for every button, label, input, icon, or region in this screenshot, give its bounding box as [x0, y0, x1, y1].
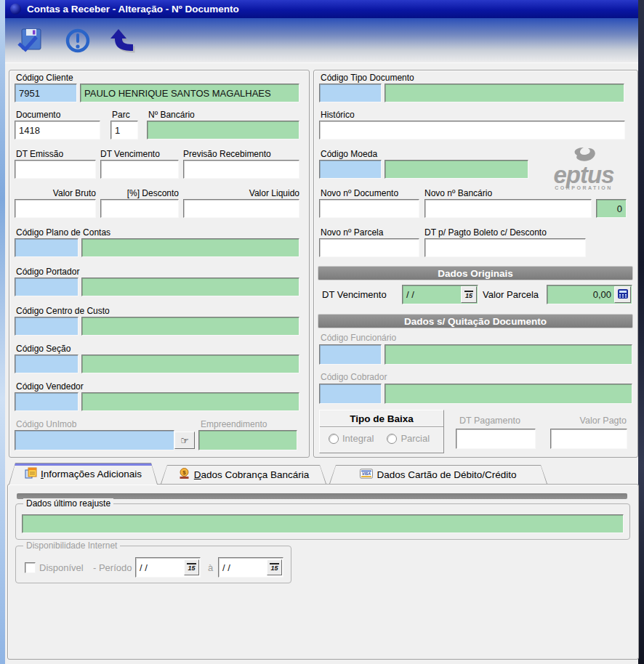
tab-content-panel: Dados último reajuste Disponibilidade In… [7, 484, 639, 660]
valor-liquido-label: Valor Liquido [183, 188, 299, 198]
cobrador-label: Código Cobrador [321, 372, 387, 382]
visa-card-icon: VISA [360, 469, 373, 481]
documento-field[interactable]: 1418 [15, 121, 100, 139]
dt-vencimento-label: DT Vencimento [100, 149, 160, 159]
dt-pagamento-field[interactable] [456, 429, 536, 449]
documento-label: Documento [16, 110, 60, 120]
moeda-code-field[interactable] [319, 160, 382, 179]
disponibilidade-internet-label: Disponibilidade Internet [23, 540, 120, 551]
tab-label: Dados Cartão de Débito/Crédito [377, 469, 516, 480]
moeda-label: Código Moeda [321, 149, 377, 159]
tab-dados-cobranca-bancaria[interactable]: $ Dados Cobrança Bancária [161, 465, 326, 484]
unimob-label: Código UnImob [16, 419, 76, 429]
save-button[interactable] [16, 27, 44, 54]
empreendimento-label: Empreendimento [201, 419, 267, 429]
floppy-check-icon [16, 46, 44, 57]
calendar-icon: 15 [270, 563, 278, 572]
window-left-edge [0, 0, 5, 664]
codigo-cliente-name-field: PAULO HENRIQUE SANTOS MAGALHAES [80, 84, 299, 102]
disponivel-checkbox[interactable] [25, 562, 36, 573]
tab-label: Dados Cobrança Bancária [194, 469, 309, 480]
radio-integral-label: Integral [342, 433, 374, 444]
until-label: à [208, 562, 213, 573]
calendar-icon: 15 [464, 291, 473, 299]
previsao-recebimento-field[interactable] [183, 160, 299, 179]
parc-label: Parc [112, 110, 130, 120]
centro-custo-code-field[interactable] [15, 317, 79, 336]
codigo-cliente-label: Código Cliente [16, 73, 73, 83]
cobrador-code-field[interactable] [319, 384, 382, 404]
valor-parcela-label: Valor Parcela [483, 289, 539, 300]
toolbar [5, 18, 638, 63]
dt-pagamento-label: DT Pagamento [459, 416, 520, 426]
valor-pagto-field[interactable] [550, 429, 627, 449]
radio-parcial[interactable]: Parcial [387, 433, 430, 444]
novo-documento-label: Novo nº Documento [321, 188, 398, 198]
historico-field[interactable] [319, 121, 625, 139]
vendedor-code-field[interactable] [15, 392, 79, 411]
dados-ultimo-reajuste-group: Dados último reajuste [15, 503, 630, 540]
secao-code-field[interactable] [15, 355, 79, 373]
novo-bancario-label: Novo nº Bancário [424, 188, 492, 198]
calendar-icon: 15 [187, 563, 196, 572]
tipo-baixa-box: Tipo de Baixa Integral Parcial [319, 410, 444, 453]
counter-field: 0 [596, 199, 627, 218]
cobrador-descr-field [385, 384, 632, 404]
dados-originais-header: Dados Originais [318, 266, 633, 280]
previsao-recebimento-label: Previsão Recebimento [183, 149, 271, 159]
novo-parcela-field[interactable] [319, 238, 419, 257]
dt-vencimento-field[interactable] [100, 160, 179, 179]
bank-icon: $ [178, 468, 190, 482]
funcionario-descr-field [385, 344, 632, 365]
funcionario-code-field[interactable] [319, 344, 382, 365]
dt-pagto-boleto-field[interactable] [424, 238, 586, 257]
unimob-field[interactable] [15, 430, 174, 450]
novo-documento-field[interactable] [319, 199, 419, 218]
valor-liquido-field[interactable] [183, 199, 299, 218]
vendedor-label: Código Vendedor [16, 381, 84, 392]
novo-bancario-field[interactable] [424, 199, 592, 218]
valor-bruto-field[interactable] [15, 199, 96, 218]
app-window: Contas a Receber - Alteração - Nº Docume… [0, 0, 644, 664]
tab-dados-cartao[interactable]: VISA Dados Cartão de Débito/Crédito [329, 465, 547, 484]
centro-custo-descr-field [81, 317, 299, 336]
circle-exclamation-icon [64, 46, 92, 57]
codigo-cliente-code-field[interactable]: 7951 [15, 84, 77, 102]
periodo-to-calendar-button[interactable]: 15 [267, 559, 282, 575]
title-bar[interactable]: Contas a Receber - Alteração - Nº Docume… [5, 0, 638, 18]
tipo-documento-label: Código Tipo Documento [321, 73, 414, 83]
dt-emissao-field[interactable] [15, 160, 96, 179]
periodo-label: - Período [93, 562, 132, 573]
valor-bruto-label: Valor Bruto [15, 188, 96, 198]
tipo-documento-code-field[interactable] [319, 84, 382, 102]
return-button[interactable] [108, 28, 142, 55]
valor-pagto-label: Valor Pagto [550, 416, 627, 426]
tipo-documento-descr-field [385, 84, 624, 102]
empreendimento-field [198, 430, 297, 450]
dados-quitacao-header: Dados s/ Quitação Documento [318, 314, 633, 328]
secao-label: Código Seção [16, 344, 71, 354]
periodo-from-calendar-button[interactable]: 15 [184, 559, 199, 575]
dt-emissao-label: DT Emissão [16, 149, 63, 159]
tab-informacoes-adicionais[interactable]: Informações Adicionais [9, 463, 158, 485]
disponivel-label: Disponível [39, 562, 84, 573]
window-right-edge [638, 0, 644, 664]
funcionario-label: Código Funcionário [321, 333, 396, 343]
svg-text:VISA: VISA [362, 471, 371, 475]
radio-integral[interactable]: Integral [329, 433, 374, 444]
plano-contas-label: Código Plano de Contas [16, 227, 110, 238]
tab-label: Informações Adicionais [41, 469, 142, 479]
portador-label: Código Portador [16, 267, 79, 277]
dados-ultimo-reajuste-label: Dados último reajuste [23, 498, 113, 509]
plano-contas-code-field[interactable] [15, 238, 79, 257]
unimob-picker-button[interactable]: ☞ [174, 432, 195, 449]
orig-dt-calendar-button[interactable]: 15 [461, 286, 477, 303]
abort-button[interactable] [64, 27, 92, 54]
dados-ultimo-reajuste-field [22, 514, 624, 533]
desconto-field[interactable] [100, 199, 179, 218]
tipo-baixa-title: Tipo de Baixa [320, 410, 443, 427]
n-bancario-field [147, 121, 299, 139]
portador-code-field[interactable] [15, 278, 79, 296]
valor-parcela-calc-button[interactable] [614, 286, 631, 303]
parc-field[interactable]: 1 [110, 121, 138, 139]
